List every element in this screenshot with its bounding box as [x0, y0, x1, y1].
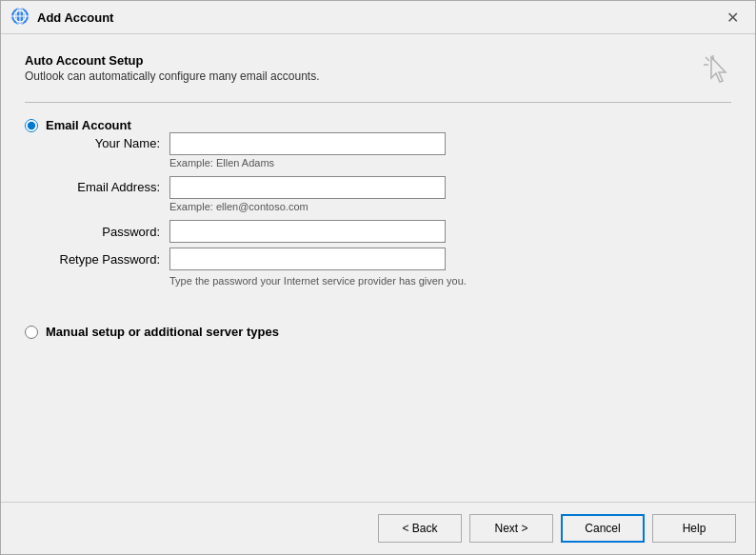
help-button[interactable]: Help [652, 514, 736, 543]
section-subtitle: Outlook can automatically configure many… [25, 69, 731, 83]
manual-setup-section: Manual setup or additional server types [25, 325, 731, 339]
section-header: Auto Account Setup Outlook can automatic… [25, 53, 731, 83]
password-input[interactable] [169, 220, 446, 243]
cursor-icon [702, 53, 736, 90]
manual-setup-label[interactable]: Manual setup or additional server types [46, 325, 279, 339]
email-account-label[interactable]: Email Account [46, 118, 131, 132]
add-account-dialog: Add Account ✕ Auto Account Setup Outlook… [0, 0, 756, 555]
retype-password-label: Retype Password: [46, 252, 169, 267]
retype-password-row: Retype Password: [46, 248, 731, 270]
your-name-input[interactable] [169, 132, 446, 155]
your-name-label: Your Name: [46, 132, 169, 150]
section-title: Auto Account Setup [25, 53, 731, 68]
email-address-row: Email Address: Example: ellen@contoso.co… [46, 176, 731, 212]
password-section: Password: Retype Password: Type the pass… [46, 220, 731, 287]
title-bar: Add Account ✕ [1, 1, 755, 34]
email-address-label: Email Address: [46, 176, 169, 194]
email-account-radio-option: Email Account [25, 118, 731, 132]
email-account-section: Email Account Your Name: Example: Ellen … [25, 118, 731, 287]
back-button[interactable]: < Back [378, 514, 462, 543]
your-name-row: Your Name: Example: Ellen Adams [46, 132, 731, 168]
email-address-input[interactable] [169, 176, 446, 199]
title-bar-left: Add Account [10, 7, 113, 29]
window-title: Add Account [37, 10, 113, 25]
your-name-input-group: Example: Ellen Adams [169, 132, 446, 168]
manual-setup-radio[interactable] [25, 326, 38, 339]
password-label: Password: [46, 225, 169, 239]
close-button[interactable]: ✕ [719, 4, 746, 30]
your-name-hint: Example: Ellen Adams [169, 157, 446, 168]
dialog-footer: < Back Next > Cancel Help [1, 502, 755, 554]
your-name-section: Your Name: Example: Ellen Adams Email Ad… [46, 132, 731, 212]
app-icon [10, 7, 30, 29]
dialog-body: Auto Account Setup Outlook can automatic… [1, 34, 755, 502]
svg-line-7 [706, 57, 709, 61]
email-address-input-group: Example: ellen@contoso.com [169, 176, 446, 212]
retype-password-input[interactable] [169, 248, 446, 270]
email-account-radio[interactable] [25, 119, 38, 132]
section-divider [25, 102, 731, 103]
password-row: Password: [46, 220, 731, 243]
password-hint: Type the password your Internet service … [169, 275, 731, 287]
email-address-hint: Example: ellen@contoso.com [169, 201, 446, 212]
next-button[interactable]: Next > [469, 514, 553, 543]
cancel-button[interactable]: Cancel [561, 514, 645, 543]
